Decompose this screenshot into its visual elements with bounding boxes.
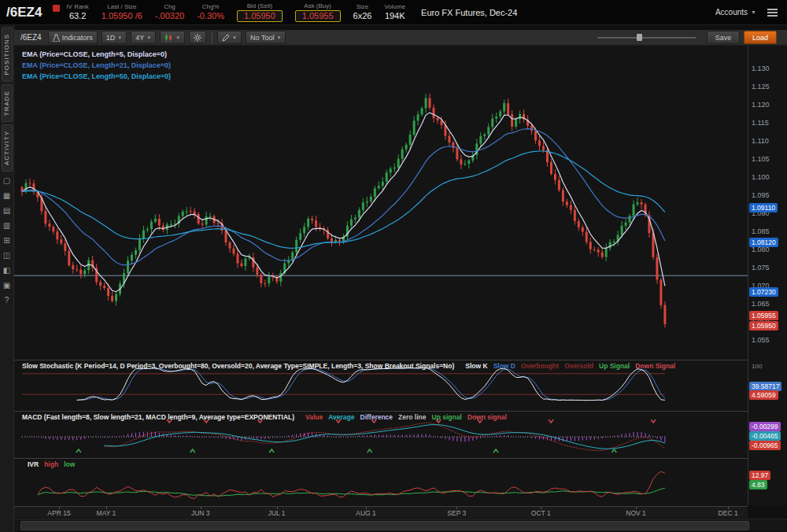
legend-item: Overbought [521,362,559,370]
ema-legend-row: EMA (Price=CLOSE, Length=21, Displace=0) [22,60,171,71]
sidebar-tab-positions[interactable]: POSITIONS [2,28,13,82]
quote-field-value: -0.30% [197,11,224,21]
legend-item: Value [305,413,323,421]
candlestick-plot[interactable] [14,46,748,359]
quote-field-value: 1.05950 /6 [102,11,142,21]
sidebar-camera-icon[interactable]: ▣ [1,279,13,291]
range-dropdown[interactable]: 4Y▼ [131,31,156,44]
ivr-plot[interactable] [14,459,748,505]
legend-item: Average [328,413,354,421]
contract-description: Euro FX Futures, Dec-24 [421,8,517,17]
quote-field: IV Rank63.2 [66,3,88,21]
time-axis-label: SEP 3 [447,509,466,517]
legend-item: Up Signal [599,362,630,370]
chart-style-dropdown[interactable]: ▼ [160,31,185,44]
macd-title-text: MACD (Fast length=8, Slow length=21, MAC… [22,413,294,421]
legend-item: Slow K [465,362,487,370]
quote-field: Volume194K [384,3,405,21]
gear-icon [194,34,201,42]
time-axis-label: OCT 1 [531,509,551,517]
time-axis-label: JUL 1 [268,509,286,517]
legend-item: Difference [360,413,394,421]
time-axis-label: NOV 1 [626,509,646,517]
chart-settings-button[interactable] [189,31,206,44]
zoom-slider-handle[interactable] [637,34,642,41]
load-button[interactable]: Load [744,31,777,44]
legend-item: Down signal [467,413,507,421]
chevron-down-icon: ▼ [176,35,180,40]
time-axis-label: APR 15 [47,509,70,517]
time-axis-label: MAY 1 [97,509,116,517]
quote-field-value[interactable]: 1.05955 [295,10,341,22]
symbol-title: /6EZ4 [6,5,42,20]
ema-legend-row: EMA (Price=CLOSE, Length=5, Displace=0) [22,49,171,60]
quote-field-label: Bid (Sell) [247,2,272,10]
sidebar-calendar-icon[interactable]: ▦ [1,190,13,201]
left-sidebar: POSITIONSTRADEACTIVITY▢▦▤▥⊞◫◧▣? [0,25,14,532]
price-axis[interactable] [748,46,787,505]
quote-field-value[interactable]: 1.05950 [237,10,283,22]
indicators-button[interactable]: Indicators [48,31,98,44]
quote-field: Last / Size1.05950 /6 [102,3,142,21]
ivr-pane[interactable]: IVRhighlow [14,458,748,505]
active-tool-dropdown[interactable]: No Tool▼ [246,31,286,44]
drawing-set-dropdown[interactable]: ▼ [217,31,242,44]
quote-field-label: Size [357,3,369,11]
quote-field: Chg%-0.30% [197,3,224,21]
chevron-down-icon: ▼ [276,35,281,40]
sidebar-monitor-icon[interactable]: ▢ [1,175,13,187]
sidebar-users-icon[interactable]: ◧ [1,264,13,276]
ema-legend-row: EMA (Price=CLOSE, Length=50, Displace=0) [22,71,171,82]
sidebar-tab-trade[interactable]: TRADE [2,84,13,122]
zoom-slider[interactable] [597,34,696,41]
legend-item: Slow D [493,362,515,370]
chevron-down-icon: ▼ [232,35,237,40]
chart-scrollbar[interactable] [14,519,787,530]
menu-icon[interactable] [767,9,778,17]
quote-field-value: -.00320 [155,11,184,21]
zoom-slider-track [597,37,696,39]
legend-item: Zero line [398,413,426,421]
quote-field-label: Ask (Buy) [304,2,331,10]
quote-field-value: 194K [385,11,405,21]
pencil-icon [222,34,230,42]
time-axis-label: DEC 1 [719,509,738,517]
quote-fields: IV Rank63.2Last / Size1.05950 /6Chg-.003… [66,2,418,22]
sidebar-tab-activity[interactable]: ACTIVITY [2,124,13,172]
accounts-dropdown[interactable]: Accounts ▼ [715,8,756,17]
time-axis[interactable]: APR 15MAY 1JUN 3JUL 1AUG 1SEP 3OCT 1NOV … [14,506,748,518]
sidebar-chart-icon[interactable]: ▥ [1,220,13,231]
legend-item: low [64,460,75,468]
sidebar-apps-grid-icon[interactable]: ⊞ [1,235,13,246]
macd-pane[interactable]: MACD (Fast length=8, Slow length=21, MAC… [14,411,748,458]
price-chart-pane[interactable]: EMA (Price=CLOSE, Length=5, Displace=0)E… [14,46,748,359]
quote-field: Ask (Buy)1.05955 [295,2,341,22]
ema-legend: EMA (Price=CLOSE, Length=5, Displace=0)E… [22,49,171,82]
stochastic-pane[interactable]: Slow Stochastic (K Period=14, D Period=3… [14,360,748,410]
candlestick-icon [164,34,173,42]
trading-platform-window: /6EZ4 IV Rank63.2Last / Size1.05950 /6Ch… [0,0,787,532]
sidebar-briefcase-icon[interactable]: ◫ [1,249,13,261]
sidebar-watchlist-icon[interactable]: ▤ [1,205,13,216]
chevron-down-icon: ▼ [751,9,756,15]
alert-flag-icon[interactable] [53,5,60,12]
quote-field: Bid (Sell)1.05950 [237,2,283,22]
quote-field-label: IV Rank [66,3,88,11]
ivr-title: IVRhighlow [22,460,75,468]
time-axis-label: AUG 1 [356,509,376,517]
sidebar-help-icon[interactable]: ? [1,294,13,306]
quote-field: Chg-.00320 [155,3,184,21]
macd-title: MACD (Fast length=8, Slow length=21, MAC… [22,413,507,421]
quote-field: Size6x26 [353,3,372,21]
stochastic-title: Slow Stochastic (K Period=14, D Period=3… [22,362,675,370]
accounts-label: Accounts [715,8,748,17]
toolbar-separator [212,32,212,43]
chevron-down-icon: ▼ [146,35,151,40]
quote-header: /6EZ4 IV Rank63.2Last / Size1.05950 /6Ch… [0,0,787,25]
stochastic-title-text: Slow Stochastic (K Period=14, D Period=3… [22,362,454,370]
save-button[interactable]: Save [707,31,740,44]
scrollbar-handle[interactable] [20,521,749,530]
timeframe-dropdown[interactable]: 1D▼ [102,31,127,44]
legend-item: Oversold [564,362,593,370]
quote-field-label: Last / Size [107,3,136,11]
